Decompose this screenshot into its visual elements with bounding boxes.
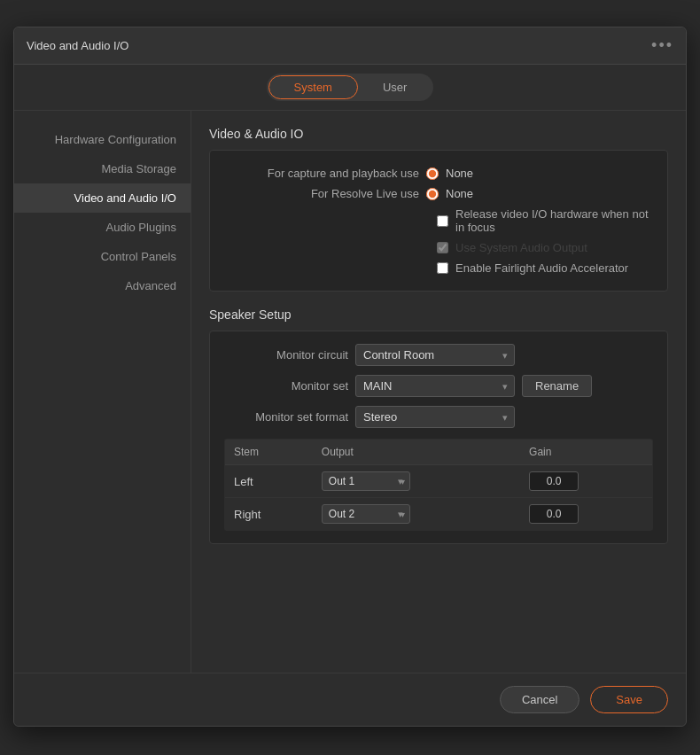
dialog: Video and Audio I/O ••• System User Hard…: [13, 27, 687, 727]
stem-table: Stem Output Gain LeftOut 1Out 2Out 3Out …: [224, 439, 653, 531]
output-select-row-1[interactable]: Out 1Out 2Out 3Out 4: [322, 504, 410, 524]
capture-label: For capture and playback use: [224, 167, 419, 180]
tab-system[interactable]: System: [268, 75, 358, 99]
dialog-title: Video and Audio I/O: [27, 39, 128, 52]
fairlight-label: Enable Fairlight Audio Accelerator: [455, 261, 628, 275]
sidebar-item-advanced[interactable]: Advanced: [14, 271, 191, 300]
monitor-circuit-label: Monitor circuit: [224, 348, 348, 362]
monitor-set-row: Monitor set MAIN Alt 1 Alt 2 Rename: [224, 375, 653, 397]
capture-value: None: [446, 167, 473, 180]
capture-radio[interactable]: [426, 167, 439, 180]
menu-icon[interactable]: •••: [651, 36, 673, 55]
monitor-circuit-row: Monitor circuit Control Room Studio Head…: [224, 344, 653, 366]
stem-cell: Left: [225, 465, 313, 498]
system-audio-label: Use System Audio Output: [455, 241, 587, 254]
rename-button[interactable]: Rename: [522, 375, 592, 397]
tab-group: System User: [267, 74, 434, 101]
monitor-circuit-select[interactable]: Control Room Studio Headphones: [355, 344, 515, 366]
monitor-set-label: Monitor set: [224, 379, 348, 393]
title-bar: Video and Audio I/O •••: [14, 27, 686, 65]
save-button[interactable]: Save: [590, 686, 668, 713]
gain-input-row-1[interactable]: [529, 504, 579, 524]
output-cell: Out 1Out 2Out 3Out 4▾: [313, 465, 520, 498]
gain-cell: [520, 498, 652, 531]
system-audio-row: Use System Audio Output: [437, 237, 653, 258]
release-hw-checkbox[interactable]: [437, 215, 448, 227]
fairlight-checkbox[interactable]: [437, 262, 448, 274]
main-content: Hardware Configuration Media Storage Vid…: [14, 111, 686, 673]
output-col-header: Output: [313, 440, 520, 465]
release-hw-row: Release video I/O hardware when not in f…: [437, 204, 653, 237]
monitor-set-format-select[interactable]: Stereo 5.1 7.1: [355, 406, 515, 428]
speaker-setup-card: Monitor circuit Control Room Studio Head…: [209, 331, 668, 544]
output-select-row-0[interactable]: Out 1Out 2Out 3Out 4: [322, 471, 410, 491]
monitor-set-format-row: Monitor set format Stereo 5.1 7.1: [224, 406, 653, 428]
resolve-live-label: For Resolve Live use: [224, 187, 419, 200]
gain-input-row-0[interactable]: [529, 471, 579, 491]
system-audio-checkbox[interactable]: [437, 242, 448, 253]
monitor-set-format-label: Monitor set format: [224, 410, 348, 424]
gain-cell: [520, 465, 652, 498]
video-audio-io-card: For capture and playback use None For Re…: [209, 150, 668, 292]
content-panel: Video & Audio IO For capture and playbac…: [191, 111, 686, 673]
sidebar-item-audio-plugins[interactable]: Audio Plugins: [14, 213, 191, 242]
table-row: RightOut 1Out 2Out 3Out 4▾: [225, 498, 653, 531]
monitor-circuit-select-wrapper: Control Room Studio Headphones: [355, 344, 515, 366]
sidebar-item-hardware-configuration[interactable]: Hardware Configuration: [14, 125, 191, 154]
speaker-setup-section-title: Speaker Setup: [209, 307, 668, 322]
resolve-live-row: For Resolve Live use None: [224, 183, 653, 204]
sidebar: Hardware Configuration Media Storage Vid…: [14, 111, 191, 673]
release-hw-label: Release video I/O hardware when not in f…: [455, 207, 653, 234]
video-audio-io-section-title: Video & Audio IO: [209, 127, 668, 141]
footer: Cancel Save: [14, 673, 686, 726]
resolve-live-value: None: [446, 187, 473, 200]
stem-col-header: Stem: [225, 440, 313, 465]
monitor-set-select[interactable]: MAIN Alt 1 Alt 2: [355, 375, 515, 397]
sidebar-item-media-storage[interactable]: Media Storage: [14, 154, 191, 183]
monitor-set-select-wrapper: MAIN Alt 1 Alt 2: [355, 375, 515, 397]
tab-user[interactable]: User: [358, 75, 432, 99]
monitor-set-format-select-wrapper: Stereo 5.1 7.1: [355, 406, 515, 428]
capture-row: For capture and playback use None: [224, 163, 653, 183]
resolve-live-radio[interactable]: [426, 188, 439, 200]
sidebar-item-video-and-audio-io[interactable]: Video and Audio I/O: [14, 183, 191, 213]
tab-bar: System User: [14, 65, 686, 111]
cancel-button[interactable]: Cancel: [500, 686, 579, 713]
table-row: LeftOut 1Out 2Out 3Out 4▾: [225, 465, 653, 498]
gain-col-header: Gain: [520, 440, 652, 465]
fairlight-row: Enable Fairlight Audio Accelerator: [437, 258, 653, 278]
stem-cell: Right: [225, 498, 313, 531]
output-cell: Out 1Out 2Out 3Out 4▾: [313, 498, 520, 531]
sidebar-item-control-panels[interactable]: Control Panels: [14, 242, 191, 271]
